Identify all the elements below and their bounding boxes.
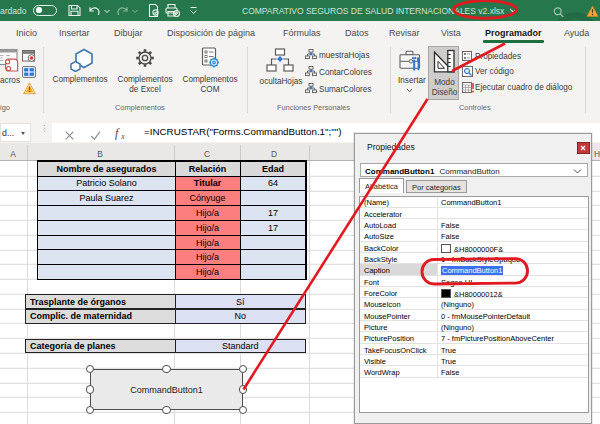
oculta-hojas-label[interactable]: ocultaHojas — [256, 77, 306, 86]
property-value[interactable]: True — [441, 346, 456, 355]
insertar-label[interactable]: Insertar — [398, 76, 426, 85]
tab-por-categorias[interactable]: Por categorías — [406, 180, 467, 193]
tab-inicio[interactable]: Inicio — [16, 28, 37, 38]
record-macro-icon[interactable] — [22, 50, 36, 63]
tab-alfabetica[interactable]: Alfabética — [359, 178, 404, 193]
column-header-H[interactable]: H — [594, 149, 600, 159]
cell-name-4[interactable] — [38, 235, 175, 250]
warning-icon[interactable] — [586, 4, 599, 17]
property-row-WordWrap[interactable]: WordWrapFalse — [360, 366, 588, 377]
categoria-label[interactable]: Categoría de planes — [25, 339, 176, 354]
property-value[interactable]: 7 - fmPicturePositionAboveCenter — [441, 334, 554, 343]
table-header-0[interactable]: Nombre de asegurados — [38, 161, 175, 176]
cell-rel-6[interactable]: Hijo/a — [175, 265, 240, 280]
cell-name-3[interactable] — [38, 220, 175, 235]
selection-handle[interactable] — [162, 365, 171, 374]
cell-name-6[interactable] — [38, 265, 175, 280]
property-value[interactable]: CommandButton1 — [441, 266, 503, 275]
tab-dibujar[interactable]: Dibujar — [114, 28, 143, 38]
complementos-com-label2[interactable]: COM — [177, 85, 243, 94]
insertar-icon[interactable] — [399, 50, 422, 73]
property-grid[interactable]: (Name)CommandButton1AcceleratorAutoLoadF… — [359, 196, 589, 414]
cell-name-5[interactable] — [38, 250, 175, 265]
cell-edad-6[interactable] — [240, 265, 306, 280]
ejecutar-cuadro-label[interactable]: Ejecutar cuadro de diálogo — [475, 83, 572, 92]
name-box[interactable]: d... — [0, 123, 31, 142]
macros-icon[interactable] — [0, 47, 19, 73]
cell-edad-4[interactable] — [240, 235, 306, 250]
macro-security-icon[interactable] — [23, 82, 36, 95]
complementos-excel-label2[interactable]: de Excel — [112, 85, 178, 94]
property-row-BackColor[interactable]: BackColor&H8000000F& — [360, 242, 588, 253]
property-row-MousePointer[interactable]: MousePointer0 - fmMousePointerDefault — [360, 310, 588, 321]
column-header-A[interactable]: A — [10, 149, 16, 159]
property-row-MouseIcon[interactable]: MouseIcon(Ninguno) — [360, 298, 588, 309]
insert-function-icon[interactable]: fx — [115, 126, 127, 139]
property-row-Visible[interactable]: VisibleTrue — [360, 355, 588, 366]
property-row-Picture[interactable]: Picture(Ninguno) — [360, 321, 588, 332]
sumar-colores-label[interactable]: SumarColores — [319, 85, 371, 94]
cell-name-0[interactable]: Patricio Solano — [38, 176, 175, 191]
property-value[interactable]: (Ninguno) — [441, 300, 474, 309]
column-header-C[interactable]: C — [204, 149, 210, 159]
property-value[interactable]: CommandButton1 — [441, 198, 501, 207]
column-header-B[interactable]: B — [97, 149, 103, 159]
tab-vista[interactable]: Vista — [441, 28, 461, 38]
cell-rel-3[interactable]: Hijo/a — [175, 220, 240, 235]
property-row-Caption[interactable]: CaptionCommandButton1 — [360, 264, 588, 275]
property-row-TakeFocusOnClick[interactable]: TakeFocusOnClickTrue — [360, 344, 588, 355]
ejecutar-cuadro-icon[interactable] — [462, 82, 474, 93]
tab-disposici-n-de-p-gina[interactable]: Disposición de página — [167, 28, 255, 38]
qat-customize-icon[interactable] — [189, 3, 198, 18]
search-icon[interactable] — [552, 5, 565, 18]
undo-icon[interactable] — [87, 3, 102, 18]
complementos-excel-label1[interactable]: Complementos — [112, 75, 178, 84]
modo-diseno-button[interactable]: Modo Diseño — [428, 46, 459, 100]
contar-colores-icon[interactable] — [305, 66, 317, 77]
complementos-label[interactable]: Complementos — [47, 75, 113, 84]
property-row-Font[interactable]: FontSegoe UI — [360, 276, 588, 287]
property-row-ForeColor[interactable]: ForeColor&H80000012& — [360, 287, 588, 298]
close-icon[interactable] — [577, 142, 590, 155]
maternidad-label[interactable]: Complic. de maternidad — [25, 309, 176, 324]
cell-edad-0[interactable]: 64 — [240, 176, 306, 191]
property-value[interactable]: 1 - fmBackStyleOpaque — [441, 255, 520, 264]
complementos-com-icon[interactable] — [199, 47, 221, 69]
property-value[interactable]: Segoe UI — [441, 278, 472, 287]
name-box-dropdown-icon[interactable] — [21, 132, 25, 135]
relative-references-icon[interactable] — [22, 66, 36, 78]
undo-dropdown-icon[interactable] — [103, 3, 111, 18]
property-row-PicturePosition[interactable]: PicturePosition7 - fmPicturePositionAbov… — [360, 332, 588, 343]
tab-datos[interactable]: Datos — [345, 28, 369, 38]
tab-f-rmulas[interactable]: Fórmulas — [283, 28, 321, 38]
cell-edad-2[interactable]: 17 — [240, 206, 306, 221]
enter-icon[interactable] — [90, 127, 101, 138]
table-header-1[interactable]: Relación — [175, 161, 240, 176]
cell-rel-0[interactable]: Titular — [175, 176, 240, 191]
cell-rel-5[interactable]: Hijo/a — [175, 250, 240, 265]
object-dropdown[interactable]: CommandButton1 CommandButton — [360, 163, 588, 177]
property-value[interactable]: 0 - fmMousePointerDefault — [441, 312, 530, 321]
muestra-hojas-icon[interactable] — [305, 49, 317, 60]
cell-edad-5[interactable] — [240, 250, 306, 265]
tab-ayuda[interactable]: Ayuda — [564, 28, 589, 38]
property-row-Accelerator[interactable]: Accelerator — [360, 208, 588, 219]
formula-bar-grip[interactable]: ⋮ — [40, 127, 42, 138]
autosave-toggle[interactable] — [33, 5, 57, 16]
print-icon[interactable] — [164, 3, 181, 18]
cell-name-2[interactable] — [38, 206, 175, 221]
document-inspect-icon[interactable] — [146, 3, 161, 18]
muestra-hojas-label[interactable]: muestraHojas — [319, 51, 370, 60]
propiedades-label[interactable]: Propiedades — [475, 52, 521, 61]
trasplante-value[interactable]: Sí — [176, 294, 307, 309]
cell-rel-1[interactable]: Cónyuge — [175, 191, 240, 206]
property-row-BackStyle[interactable]: BackStyle1 - fmBackStyleOpaque — [360, 253, 588, 264]
cell-rel-4[interactable]: Hijo/a — [175, 235, 240, 250]
table-header-2[interactable]: Edad — [240, 161, 306, 176]
complementos-excel-icon[interactable] — [134, 47, 156, 69]
property-value[interactable]: False — [441, 232, 459, 241]
tab-insertar[interactable]: Insertar — [59, 28, 90, 38]
cell-name-1[interactable]: Paula Suarez — [38, 191, 175, 206]
complementos-com-label1[interactable]: Complementos — [177, 75, 243, 84]
sumar-colores-icon[interactable] — [305, 83, 317, 94]
